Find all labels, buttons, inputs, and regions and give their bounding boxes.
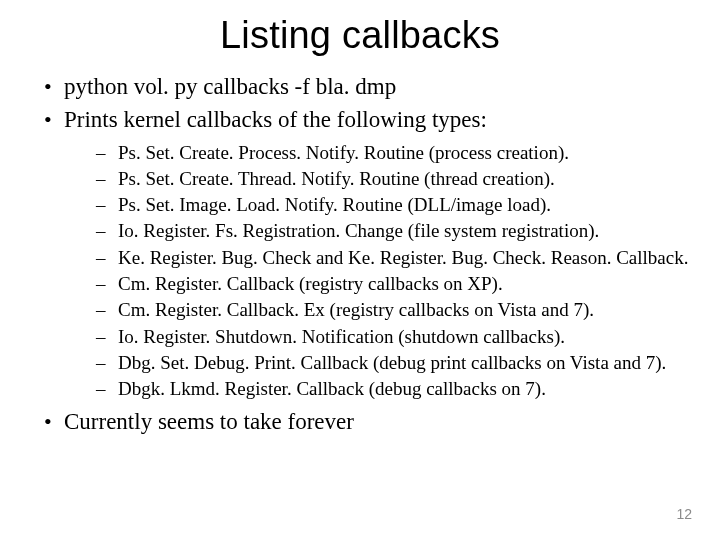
sub-bullet-item: Ps. Set. Create. Thread. Notify. Routine… (96, 167, 690, 191)
sub-bullet-item: Io. Register. Fs. Registration. Change (… (96, 219, 690, 243)
sub-bullet-item: Cm. Register. Callback (registry callbac… (96, 272, 690, 296)
sub-bullet-item: Io. Register. Shutdown. Notification (sh… (96, 325, 690, 349)
bullet-item: python vol. py callbacks -f bla. dmp (40, 73, 690, 102)
page-number: 12 (676, 506, 692, 522)
bullet-item: Prints kernel callbacks of the following… (40, 106, 690, 402)
bullet-text: Prints kernel callbacks of the following… (64, 107, 487, 132)
bullet-item: Currently seems to take forever (40, 408, 690, 437)
sub-bullet-item: Ps. Set. Image. Load. Notify. Routine (D… (96, 193, 690, 217)
slide: Listing callbacks python vol. py callbac… (0, 0, 720, 540)
sub-bullet-item: Dbg. Set. Debug. Print. Callback (debug … (96, 351, 690, 375)
bullet-list: python vol. py callbacks -f bla. dmp Pri… (30, 73, 690, 436)
sub-bullet-item: Ke. Register. Bug. Check and Ke. Registe… (96, 246, 690, 270)
sub-bullet-list: Ps. Set. Create. Process. Notify. Routin… (64, 141, 690, 402)
sub-bullet-item: Ps. Set. Create. Process. Notify. Routin… (96, 141, 690, 165)
slide-title: Listing callbacks (30, 14, 690, 57)
sub-bullet-item: Dbgk. Lkmd. Register. Callback (debug ca… (96, 377, 690, 401)
sub-bullet-item: Cm. Register. Callback. Ex (registry cal… (96, 298, 690, 322)
